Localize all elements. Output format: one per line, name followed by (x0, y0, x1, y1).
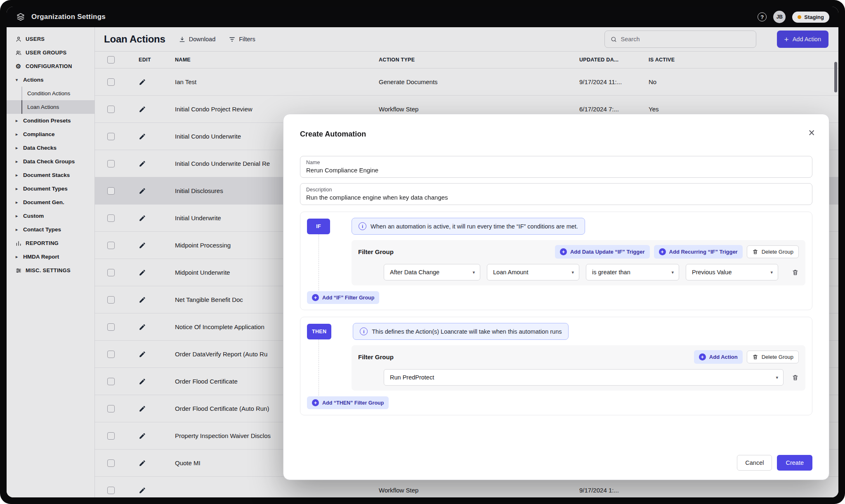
then-connector-line (319, 339, 319, 398)
modal-footer: Cancel Create (737, 455, 812, 471)
chevron-down-icon: ▾ (571, 270, 574, 275)
trigger-select[interactable]: After Data Change ▾ (384, 264, 480, 280)
description-input[interactable] (306, 194, 806, 201)
name-field[interactable]: Name (300, 156, 812, 178)
cancel-button[interactable]: Cancel (737, 455, 772, 471)
add-recurring-trigger-button[interactable]: + Add Recurring “IF” Trigger (654, 245, 743, 259)
create-button[interactable]: Create (777, 455, 812, 471)
add-data-update-trigger-button[interactable]: + Add Data Update “IF” Trigger (555, 245, 650, 259)
trash-icon (792, 374, 799, 381)
if-info-banner: i When an automation is active, it will … (352, 218, 585, 235)
then-badge: THEN (307, 324, 331, 339)
if-condition-row: After Data Change ▾ Loan Amount ▾ is gre… (384, 264, 799, 280)
add-recurring-trigger-label: Add Recurring “IF” Trigger (669, 249, 738, 255)
if-section-head: IF i When an automation is active, it wi… (307, 218, 805, 235)
delete-group-label: Delete Group (762, 249, 793, 255)
trash-icon (752, 249, 758, 255)
if-section: IF i When an automation is active, it wi… (300, 212, 812, 310)
info-icon: i (359, 222, 366, 230)
plus-circle-icon: + (699, 353, 706, 360)
delete-group-button[interactable]: Delete Group (747, 245, 799, 258)
if-connector-line (319, 234, 319, 292)
plus-circle-icon: + (659, 248, 666, 255)
if-badge: IF (307, 219, 330, 234)
then-section-head: THEN i This defines the Action(s) Loancr… (307, 323, 805, 340)
delete-group-button[interactable]: Delete Group (747, 351, 799, 363)
close-icon[interactable]: × (808, 127, 815, 139)
chevron-down-icon: ▾ (770, 270, 773, 275)
field-select-value: Loan Amount (493, 269, 528, 276)
add-then-filter-group-label: Add “THEN” Filter Group (322, 400, 384, 406)
then-info-banner: i This defines the Action(s) Loancrate w… (353, 323, 569, 340)
then-filter-group: Filter Group + Add Action Delete Group R… (352, 345, 805, 391)
chevron-down-icon: ▾ (472, 270, 475, 275)
chevron-down-icon: ▾ (671, 270, 674, 275)
action-select[interactable]: Run PredProtect ▾ (384, 369, 784, 386)
modal-title: Create Automation (300, 130, 812, 139)
add-if-filter-group-button[interactable]: + Add “IF” Filter Group (307, 291, 379, 304)
trash-icon (752, 354, 758, 360)
plus-circle-icon: + (312, 294, 319, 301)
if-filter-group-head: Filter Group + Add Data Update “IF” Trig… (358, 245, 799, 259)
if-filter-group: Filter Group + Add Data Update “IF” Trig… (352, 240, 805, 285)
then-section: THEN i This defines the Action(s) Loancr… (300, 317, 812, 415)
then-info-text: This defines the Action(s) Loancrate wil… (372, 328, 562, 335)
plus-circle-icon: + (312, 399, 319, 406)
create-automation-modal: Create Automation × Name Description IF … (283, 114, 829, 480)
action-select-value: Run PredProtect (390, 374, 434, 381)
delete-condition-icon[interactable] (792, 269, 799, 276)
if-info-text: When an automation is active, it will ru… (371, 223, 578, 230)
info-icon: i (360, 327, 368, 335)
value-select-value: Previous Value (692, 269, 732, 276)
add-data-update-trigger-label: Add Data Update “IF” Trigger (570, 249, 645, 255)
trash-icon (792, 269, 799, 276)
then-filter-group-head: Filter Group + Add Action Delete Group (358, 350, 799, 364)
filter-group-title: Filter Group (358, 353, 394, 360)
description-field-label: Description (306, 187, 806, 193)
filter-group-title: Filter Group (358, 248, 394, 255)
chevron-down-icon: ▾ (776, 375, 778, 380)
then-action-row: Run PredProtect ▾ (384, 369, 799, 386)
add-if-filter-group-label: Add “IF” Filter Group (322, 295, 374, 301)
operator-select-value: is greater than (592, 269, 630, 276)
add-action-trigger-button[interactable]: + Add Action (694, 350, 743, 364)
add-action-trigger-label: Add Action (709, 354, 738, 360)
value-select[interactable]: Previous Value ▾ (686, 264, 778, 280)
delete-action-icon[interactable] (792, 374, 799, 381)
operator-select[interactable]: is greater than ▾ (586, 264, 679, 280)
name-input[interactable] (306, 167, 806, 174)
delete-group-label: Delete Group (762, 354, 793, 360)
trigger-select-value: After Data Change (390, 269, 439, 276)
field-select[interactable]: Loan Amount ▾ (487, 264, 579, 280)
name-field-label: Name (306, 160, 806, 165)
description-field[interactable]: Description (300, 183, 812, 205)
plus-circle-icon: + (560, 248, 567, 255)
add-then-filter-group-button[interactable]: + Add “THEN” Filter Group (307, 396, 389, 409)
